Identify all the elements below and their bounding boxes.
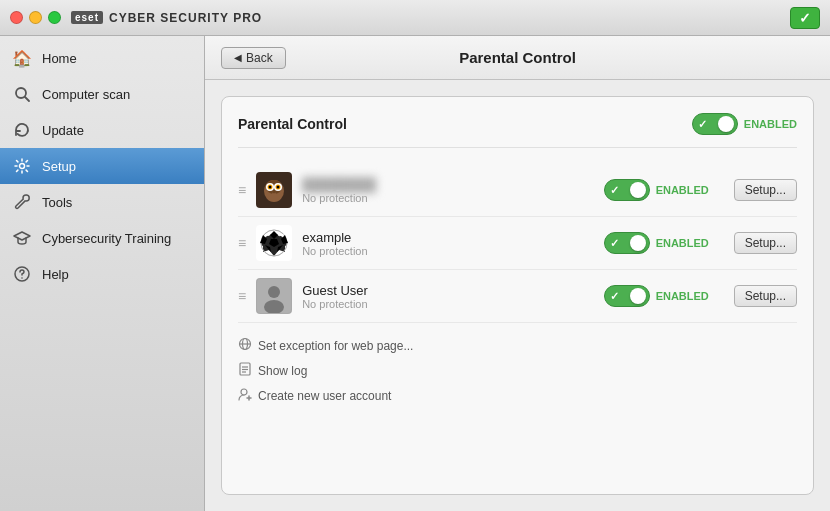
panel-header-row: Parental Control ENABLED: [238, 113, 797, 148]
svg-point-25: [268, 286, 280, 298]
sidebar-label-tools: Tools: [42, 195, 72, 210]
set-exception-label: Set exception for web page...: [258, 339, 413, 353]
svg-point-12: [269, 186, 272, 189]
user-toggle-label: ENABLED: [656, 184, 709, 196]
user-info: example No protection: [302, 230, 593, 257]
main-toggle-group: ENABLED: [692, 113, 797, 135]
user-status: No protection: [302, 192, 593, 204]
user-toggle-label: ENABLED: [656, 237, 709, 249]
panel-title: Parental Control: [238, 116, 347, 132]
app-logo: eset CYBER SECURITY PRO: [71, 11, 262, 25]
user-rows: ≡: [238, 164, 797, 323]
table-row: ≡ Guest User No protection: [238, 270, 797, 323]
avatar: [256, 278, 292, 314]
user-name: example: [302, 230, 593, 245]
sidebar-label-home: Home: [42, 51, 77, 66]
show-log-label: Show log: [258, 364, 307, 378]
sidebar-label-help: Help: [42, 267, 69, 282]
svg-point-2: [20, 164, 25, 169]
svg-point-34: [241, 389, 247, 395]
minimize-button[interactable]: [29, 11, 42, 24]
user-name: Guest User: [302, 283, 593, 298]
app-title: CYBER SECURITY PRO: [109, 11, 262, 25]
parental-control-panel: Parental Control ENABLED ≡: [221, 96, 814, 495]
scan-icon: [12, 84, 32, 104]
page-title: Parental Control: [459, 49, 576, 66]
user-name: ████████: [302, 177, 593, 192]
svg-point-13: [277, 186, 280, 189]
title-bar: eset CYBER SECURITY PRO: [0, 0, 830, 36]
help-icon: [12, 264, 32, 284]
sidebar-label-setup: Setup: [42, 159, 76, 174]
user-toggle[interactable]: [604, 285, 650, 307]
tools-icon: [12, 192, 32, 212]
svg-point-4: [21, 277, 23, 279]
log-icon: [238, 362, 252, 379]
main-layout: 🏠 Home Computer scan Update: [0, 36, 830, 511]
setup-button[interactable]: Setup...: [734, 285, 797, 307]
sidebar: 🏠 Home Computer scan Update: [0, 36, 205, 511]
eset-badge: eset: [71, 11, 103, 24]
setup-button[interactable]: Setup...: [734, 232, 797, 254]
user-toggle-area: ENABLED: [604, 232, 724, 254]
table-row: ≡: [238, 164, 797, 217]
sidebar-item-computer-scan[interactable]: Computer scan: [0, 76, 204, 112]
drag-handle-icon[interactable]: ≡: [238, 235, 246, 251]
drag-handle-icon[interactable]: ≡: [238, 288, 246, 304]
avatar: [256, 225, 292, 261]
sidebar-item-home[interactable]: 🏠 Home: [0, 40, 204, 76]
main-toggle-label: ENABLED: [744, 118, 797, 130]
content-header: Back Parental Control: [205, 36, 830, 80]
svg-line-1: [25, 97, 29, 101]
title-bar-actions: [790, 7, 820, 29]
main-toggle[interactable]: [692, 113, 738, 135]
back-button[interactable]: Back: [221, 47, 286, 69]
drag-handle-icon[interactable]: ≡: [238, 182, 246, 198]
create-user-icon: [238, 387, 252, 404]
user-toggle[interactable]: [604, 179, 650, 201]
content-area: Back Parental Control Parental Control E…: [205, 36, 830, 511]
user-status: No protection: [302, 245, 593, 257]
footer-links: Set exception for web page... Show log: [238, 335, 797, 406]
create-user-link[interactable]: Create new user account: [238, 385, 797, 406]
sidebar-item-update[interactable]: Update: [0, 112, 204, 148]
update-icon: [12, 120, 32, 140]
sidebar-item-help[interactable]: Help: [0, 256, 204, 292]
user-info: Guest User No protection: [302, 283, 593, 310]
user-toggle[interactable]: [604, 232, 650, 254]
training-icon: [12, 228, 32, 248]
user-toggle-area: ENABLED: [604, 285, 724, 307]
sidebar-label-update: Update: [42, 123, 84, 138]
show-log-link[interactable]: Show log: [238, 360, 797, 381]
user-status: No protection: [302, 298, 593, 310]
sidebar-item-cybersecurity-training[interactable]: Cybersecurity Training: [0, 220, 204, 256]
user-toggle-area: ENABLED: [604, 179, 724, 201]
window-controls: [10, 11, 61, 24]
avatar: [256, 172, 292, 208]
user-toggle-label: ENABLED: [656, 290, 709, 302]
close-button[interactable]: [10, 11, 23, 24]
sidebar-label-cybersecurity-training: Cybersecurity Training: [42, 231, 171, 246]
setup-button[interactable]: Setup...: [734, 179, 797, 201]
user-info: ████████ No protection: [302, 177, 593, 204]
sidebar-label-scan: Computer scan: [42, 87, 130, 102]
status-checkmark-button[interactable]: [790, 7, 820, 29]
set-exception-link[interactable]: Set exception for web page...: [238, 335, 797, 356]
sidebar-item-tools[interactable]: Tools: [0, 184, 204, 220]
sidebar-item-setup[interactable]: Setup: [0, 148, 204, 184]
table-row: ≡: [238, 217, 797, 270]
setup-icon: [12, 156, 32, 176]
create-user-label: Create new user account: [258, 389, 391, 403]
home-icon: 🏠: [12, 48, 32, 68]
web-exception-icon: [238, 337, 252, 354]
maximize-button[interactable]: [48, 11, 61, 24]
